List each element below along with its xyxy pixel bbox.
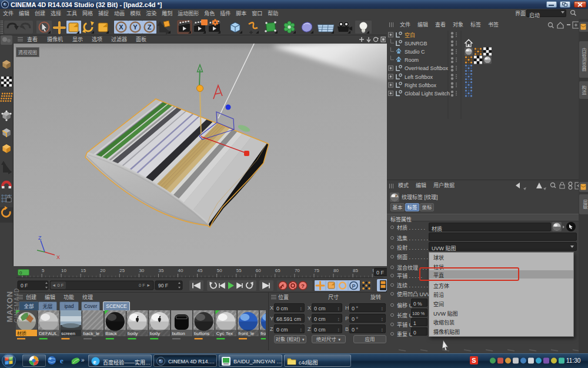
svg-text:70: 70 [295,268,300,273]
svg-text:Room: Room [405,57,419,63]
svg-text:长度 U: 长度 U [397,312,413,319]
svg-text:front_le: front_le [260,331,266,336]
svg-text:使用凹凸 UVW: 使用凹凸 UVW [397,291,432,297]
svg-text:Studio C: Studio C [405,49,425,55]
svg-text:50: 50 [217,268,222,273]
svg-text:45: 45 [198,268,203,273]
svg-text:SUNRGB: SUNRGB [405,41,427,47]
svg-text:材质 . . . . . .: 材质 . . . . . . [397,224,425,231]
svg-text:buttons: buttons [194,331,209,336]
svg-text:30: 30 [139,268,144,273]
svg-text:平铺 U: 平铺 U [397,321,413,328]
svg-text:X: X [119,24,123,31]
svg-text:80: 80 [333,268,339,273]
svg-text:40: 40 [178,268,183,273]
svg-text:OverHead Softbox: OverHead Softbox [405,65,449,71]
svg-text:65: 65 [275,268,280,273]
svg-text:Global Light Switch: Global Light Switch [405,91,450,97]
svg-text:P: P [352,283,355,289]
svg-text:Left Softbox: Left Softbox [405,74,433,80]
svg-text:?: ? [301,283,305,289]
svg-text:front_le: front_le [239,331,255,336]
svg-text:5: 5 [42,268,45,273]
svg-text:screen: screen [61,331,75,336]
svg-text:20: 20 [100,268,105,273]
svg-text:10: 10 [61,268,66,273]
svg-text:button: button [172,331,185,336]
svg-text:15: 15 [81,268,86,273]
svg-text:25: 25 [119,268,125,273]
svg-text:75: 75 [314,268,319,273]
svg-text:Right Softbox: Right Softbox [405,82,437,88]
svg-text:平铺 . . . . .: 平铺 . . . . . [397,273,422,279]
svg-text:X: X [56,254,60,260]
svg-text:空白: 空白 [405,32,415,38]
svg-text:back_le: back_le [83,331,100,336]
svg-text:0 F: 0 F [21,283,28,289]
svg-text:90 F: 90 F [158,283,168,289]
svg-text:55: 55 [236,268,242,273]
svg-text:偏移 U: 偏移 U [397,302,413,309]
svg-text:投射 . . . . . . . .: 投射 . . . . . . . . [397,244,431,251]
svg-text:Z: Z [148,24,152,31]
svg-text:e: e [60,356,64,365]
svg-text:连续 . . . . . . . .: 连续 . . . . . . . . [397,282,431,289]
svg-text:Black: Black [105,331,118,336]
svg-text:body: body [150,331,160,336]
svg-text:60: 60 [256,268,261,273]
svg-text:35: 35 [159,268,164,273]
svg-text:侧面 . . . . . . . .: 侧面 . . . . . . . . [397,254,431,260]
svg-text:DEFAUL: DEFAUL [39,331,58,336]
svg-text:body: body [128,331,138,336]
svg-text:Y: Y [133,24,138,31]
svg-text:Z: Z [38,235,42,241]
svg-text:85: 85 [353,268,358,273]
svg-text:e: e [93,358,96,365]
svg-text:◄ 0 F: ◄ 0 F [52,283,64,288]
svg-text:Cyc Tex: Cyc Tex [216,331,233,336]
svg-text:0 F ►: 0 F ► [139,283,151,288]
svg-text:重复 U: 重复 U [397,331,413,337]
svg-text:选集 . . . . . . . .: 选集 . . . . . . . . [397,235,431,241]
